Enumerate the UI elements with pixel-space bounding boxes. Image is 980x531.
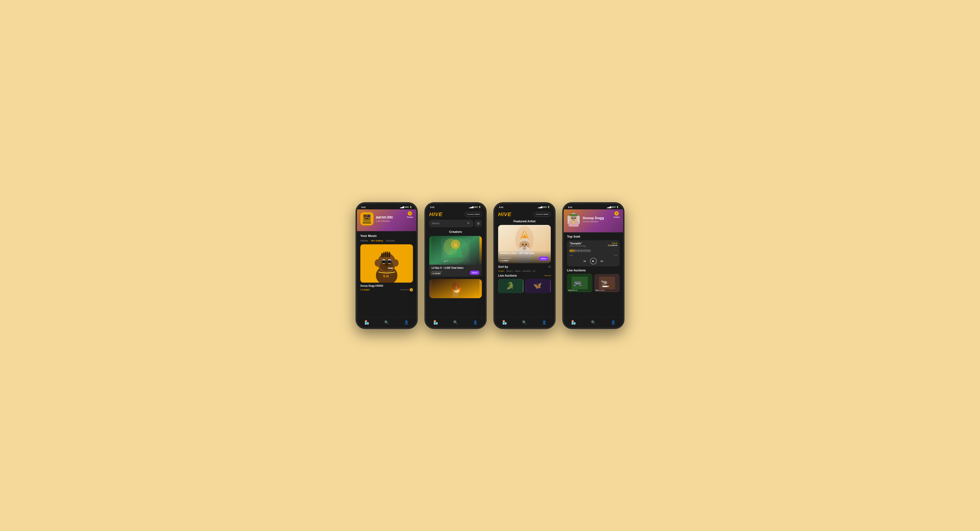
- auction-item-1[interactable]: 🐊: [498, 279, 523, 293]
- verified-badge: ✓: [605, 216, 607, 220]
- btc-icon-4: ₿: [608, 244, 609, 246]
- skip-forward-button[interactable]: ⏭: [601, 259, 603, 263]
- time-start: 1:30: [570, 254, 573, 256]
- nav-profile-3[interactable]: 👤: [542, 320, 547, 325]
- nav-profile-4[interactable]: 👤: [611, 320, 616, 325]
- hive-logo-3: HIVE: [498, 211, 511, 218]
- sort-header: Sort by ⚙: [498, 265, 551, 269]
- nav-search-1[interactable]: 🔍: [384, 320, 389, 325]
- status-icons-2: ▂▄▆ WiFi 🔋: [469, 206, 481, 208]
- profile-avatar-1: [360, 212, 374, 226]
- phone3-screen: HIVE Connect Wallet Featured Artist: [495, 209, 554, 329]
- auctions-title-3: Live Auctions: [498, 274, 517, 277]
- svg-text:🦋: 🦋: [533, 281, 542, 289]
- connect-wallet-btn-2[interactable]: Connect Wallet: [465, 212, 482, 216]
- featured-title: Featured Artist: [498, 219, 551, 223]
- bottom-nav-1: 🏪 🔍 👤: [357, 317, 416, 328]
- phone-notch: [376, 203, 398, 209]
- svg-point-68: [574, 218, 575, 219]
- featured-artist-name: Kendrick Lamer – 252 Total Sales: [501, 252, 548, 254]
- nav-profile-2[interactable]: 👤: [473, 320, 478, 325]
- creator-info-1: Lil Nas X – 4,350 Total Sales Average pr…: [429, 265, 482, 277]
- phone-profile: 9:41 ▂▄▆ WiFi 🔋 + Follow: [356, 202, 418, 329]
- sort-filter-icon[interactable]: ⚙: [548, 265, 551, 269]
- status-icons-1: ▂▄▆ WiFi 🔋: [400, 206, 412, 208]
- svg-text:NFT: NFT: [444, 260, 448, 263]
- search-icon: 🔍: [467, 222, 471, 225]
- tab-nft-gallery[interactable]: NFT Gallery: [371, 240, 383, 242]
- svg-text:🤘: 🤘: [453, 242, 459, 247]
- nav-search-2[interactable]: 🔍: [453, 320, 458, 325]
- svg-text:🎮: 🎮: [573, 279, 582, 288]
- creator-card-img-1: 🤘 NFT: [429, 236, 482, 265]
- time-end: 3:30: [614, 254, 617, 256]
- creator-card-lil-nas: 🤘 NFT Lil Nas X – 4,350 Total Sales Aver…: [429, 236, 482, 277]
- live-item-label-2: Ends in 3h:52: [595, 289, 619, 291]
- svg-rect-65: [570, 214, 578, 216]
- view-all-btn[interactable]: View All: [544, 275, 551, 277]
- filter-button[interactable]: ⚙: [475, 220, 482, 227]
- creator-name-1: Lil Nas X – 4,350 Total Sales: [432, 267, 479, 269]
- profile-info-4: Snoop Dogg ✓ 12.3m Followers: [567, 211, 620, 227]
- live-auction-items: 🎮 pixel art Ends in 2h:43 🚬: [567, 274, 620, 292]
- top-sold-section: Top Sold "Snoopify" Artist: Snoop Dogg S…: [567, 235, 620, 266]
- svg-rect-44: [453, 290, 458, 297]
- skip-back-button[interactable]: ⏮: [583, 259, 586, 263]
- profile-info-1: aaron.btc 1.2k Followers: [360, 211, 413, 226]
- nav-search-3[interactable]: 🔍: [522, 320, 527, 325]
- snoop-followers: 12.3m Followers: [582, 220, 607, 223]
- follow-button-4[interactable]: + Follow: [614, 211, 620, 218]
- nav-search-4[interactable]: 🔍: [591, 320, 596, 325]
- hive-logo-2: HIVE: [429, 211, 442, 218]
- phone-featured: 9:41 ▂▄▆ WiFi 🔋 HIVE Connect Wallet Feat…: [493, 202, 555, 329]
- live-auction-2[interactable]: 🚬 art Ends in 3h:52: [594, 274, 620, 292]
- nav-store-3[interactable]: 🏪: [502, 320, 507, 325]
- nav-store-4[interactable]: 🏪: [571, 320, 576, 325]
- status-icons-3: ▂▄▆ WiFi 🔋: [538, 206, 550, 208]
- svg-rect-30: [385, 251, 387, 257]
- phone3-header: HIVE Connect Wallet: [498, 211, 551, 218]
- sort-albums[interactable]: Albums: [506, 270, 513, 272]
- creators-title: Creators: [429, 230, 482, 234]
- phone-notch-3: [514, 203, 535, 209]
- auction-item-2[interactable]: 🦋: [525, 279, 551, 293]
- nft-bought-row: ₿ 2.51067 Owned by 👤: [360, 288, 413, 291]
- avg-price-1: ₿ 2.51067: [432, 272, 442, 275]
- status-time-1: 9:41: [361, 206, 366, 208]
- nav-profile-1[interactable]: 👤: [404, 320, 409, 325]
- svg-point-67: [573, 218, 573, 219]
- auctions-header-3: Live Auctions View All: [498, 274, 551, 277]
- nav-store-1[interactable]: 🏪: [364, 320, 369, 325]
- live-img-1: 🎮 pixel art: [567, 274, 592, 292]
- profile-text-1: aaron.btc 1.2k Followers: [376, 215, 393, 222]
- phone1-body: Your Music Playlists NFT Gallery Favorit…: [357, 231, 416, 294]
- follow-button-1[interactable]: + Follow: [407, 211, 413, 218]
- play-button[interactable]: ▶: [590, 258, 597, 264]
- sort-singles[interactable]: Singles: [498, 270, 504, 272]
- follow-icon-4: +: [614, 211, 619, 216]
- nav-store-2[interactable]: 🏪: [433, 320, 438, 325]
- connect-wallet-btn-3[interactable]: Connect Wallet: [533, 212, 551, 216]
- store-button-1[interactable]: Store: [470, 271, 479, 275]
- search-placeholder: Search: [432, 222, 439, 225]
- sort-art[interactable]: Art: [533, 270, 535, 272]
- featured-info: Kendrick Lamer – 252 Total Sales Average…: [498, 251, 551, 263]
- tabs-row-1: Playlists NFT Gallery Favorites: [360, 240, 413, 242]
- search-input-2[interactable]: Search 🔍: [429, 220, 473, 227]
- sort-videos[interactable]: Videos: [515, 270, 520, 272]
- live-img-2: 🚬 art: [594, 274, 620, 292]
- nft-card-1: S N: [360, 244, 413, 283]
- featured-store-btn[interactable]: Store: [539, 256, 548, 261]
- phone4-body: Top Sold "Snoopify" Artist: Snoop Dogg S…: [564, 232, 623, 294]
- creator-bottom-1: Average price: ₿ 2.51067 Store: [432, 271, 479, 275]
- live-auction-1[interactable]: 🎮 pixel art Ends in 2h:43: [567, 274, 592, 292]
- tab-favorites[interactable]: Favorites: [386, 240, 395, 242]
- sort-animation[interactable]: Animation: [522, 270, 531, 272]
- featured-price: ₿ 2.51067: [501, 260, 511, 262]
- phone1-header: + Follow: [357, 209, 416, 231]
- status-time-3: 9:41: [499, 206, 503, 208]
- svg-rect-19: [387, 260, 392, 263]
- search-row: Search 🔍 ⚙: [429, 220, 482, 227]
- svg-rect-9: [363, 221, 371, 224]
- tab-playlists[interactable]: Playlists: [360, 240, 368, 242]
